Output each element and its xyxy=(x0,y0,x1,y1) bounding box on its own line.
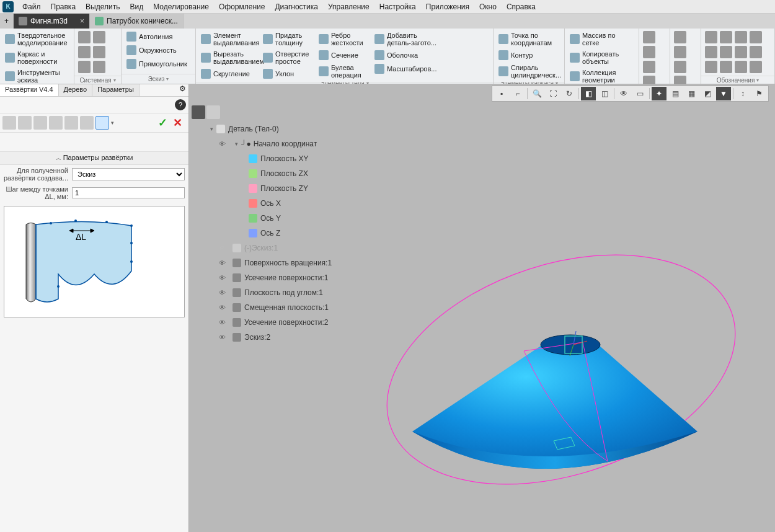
ann-icon-11[interactable] xyxy=(735,61,747,73)
dropdown-icon[interactable]: ▾ xyxy=(111,120,114,126)
menu-help[interactable]: Справка xyxy=(502,1,541,12)
help-icon[interactable]: ? xyxy=(175,99,186,110)
cancel-button[interactable]: ✕ xyxy=(173,116,182,130)
row1-select[interactable]: Эскиз xyxy=(72,168,185,180)
accept-button[interactable]: ✓ xyxy=(158,116,167,130)
delta-l-label: ΔL xyxy=(76,232,86,242)
btn-draft[interactable]: Уклон xyxy=(260,68,316,80)
shell-icon xyxy=(374,50,384,60)
menu-select[interactable]: Выделить xyxy=(81,1,125,12)
shape-icon-5[interactable] xyxy=(64,116,78,130)
menu-manage[interactable]: Управление xyxy=(323,1,374,12)
btn-extrude[interactable]: Элемент выдавливания xyxy=(198,30,260,48)
menu-apps[interactable]: Приложения xyxy=(421,1,474,12)
dim-icon-3[interactable] xyxy=(674,61,686,73)
btn-circle[interactable]: Окружность xyxy=(124,44,190,56)
svg-point-6 xyxy=(130,260,133,263)
shape-icon-1[interactable] xyxy=(2,116,16,130)
aux-icon-1[interactable] xyxy=(643,31,655,43)
shape-icon-2[interactable] xyxy=(18,116,32,130)
menu-design[interactable]: Оформление xyxy=(214,1,270,12)
ann-icon-1[interactable] xyxy=(705,31,717,43)
lp-tab-params[interactable]: Параметры xyxy=(92,84,140,96)
btn-copy-obj[interactable]: Копировать объекты xyxy=(567,49,636,66)
ribbon-label-body: Элементы тела xyxy=(196,82,493,84)
doc-icon xyxy=(95,17,104,25)
viewport-3d[interactable]: ▪ ⌐ 🔍 ⛶ ↻ ◧ ◫ 👁 ▭ ✦ ▤ ▦ ◩ ▼ ↕ ⚑ xyxy=(189,84,775,532)
btn-point[interactable]: Точка по координатам xyxy=(496,30,564,48)
document-tabs: + Фигня.m3d × Патрубок коническ... xyxy=(0,14,775,29)
undo-icon[interactable] xyxy=(93,46,105,58)
btn-fillet[interactable]: Скругление xyxy=(198,68,260,80)
btn-rib[interactable]: Ребро жесткости xyxy=(316,30,372,48)
btn-rectangle[interactable]: Прямоугольник xyxy=(124,58,190,70)
ann-icon-10[interactable] xyxy=(720,61,732,73)
new-tab-button[interactable]: + xyxy=(0,14,14,29)
thicken-icon xyxy=(263,34,273,44)
ann-icon-5[interactable] xyxy=(705,46,717,58)
btn-cut-extrude[interactable]: Вырезать выдавливанием xyxy=(198,49,260,66)
btn-autoline[interactable]: Автолиния xyxy=(124,30,190,43)
btn-contour[interactable]: Контур xyxy=(496,49,564,61)
redo-icon[interactable] xyxy=(93,61,105,73)
btn-shell[interactable]: Оболочка xyxy=(372,49,440,61)
addpart-icon xyxy=(374,34,384,44)
new-icon[interactable] xyxy=(78,31,91,43)
mode-solid[interactable]: Твердотельное моделирование xyxy=(2,30,71,48)
close-tab-icon[interactable]: × xyxy=(80,17,84,25)
ann-icon-6[interactable] xyxy=(720,46,732,58)
btn-geom-collection[interactable]: Коллекция геометрии xyxy=(567,68,636,85)
scale-icon xyxy=(374,64,384,74)
ann-icon-2[interactable] xyxy=(720,31,732,43)
cut-icon xyxy=(201,53,211,63)
tab-inactive[interactable]: Патрубок коническ... xyxy=(90,14,184,29)
tab-inactive-label: Патрубок коническ... xyxy=(107,17,178,25)
btn-spiral[interactable]: Спираль цилиндрическ... xyxy=(496,63,564,80)
section-icon xyxy=(319,50,329,60)
dim-icon-1[interactable] xyxy=(674,31,686,43)
btn-add-part[interactable]: Добавить деталь-загото... xyxy=(372,30,440,48)
tab-active[interactable]: Фигня.m3d × xyxy=(14,14,90,29)
aux-icon-2[interactable] xyxy=(643,46,655,58)
lp-tab-unfold[interactable]: Развёртки V4.4 xyxy=(0,84,59,96)
btn-scale[interactable]: Масштабиров... xyxy=(372,63,440,75)
btn-section[interactable]: Сечение xyxy=(316,49,372,61)
shape-icon-3[interactable] xyxy=(33,116,47,130)
dim-icon-2[interactable] xyxy=(674,46,686,58)
shape-icon-4[interactable] xyxy=(49,116,63,130)
svg-point-5 xyxy=(130,242,133,244)
row2-input[interactable] xyxy=(72,187,185,198)
menu-modeling[interactable]: Моделирование xyxy=(148,1,214,12)
menu-window[interactable]: Окно xyxy=(474,1,502,12)
btn-boolean[interactable]: Булева операция xyxy=(316,63,372,80)
btn-thicken[interactable]: Придать толщину xyxy=(260,30,316,48)
shape-icon-7-selected[interactable] xyxy=(95,116,109,130)
ann-icon-8[interactable] xyxy=(750,46,762,58)
menu-diagnostics[interactable]: Диагностика xyxy=(270,1,323,12)
aux-icon-3[interactable] xyxy=(643,61,655,73)
point-icon xyxy=(498,34,508,44)
ann-icon-7[interactable] xyxy=(735,46,747,58)
menu-edit[interactable]: Правка xyxy=(46,1,81,12)
mode-sketch-tools[interactable]: Инструменты эскиза xyxy=(2,68,71,85)
row2-label: Шаг между точками ΔL, мм: xyxy=(4,185,72,200)
mode-wireframe[interactable]: Каркас и поверхности xyxy=(2,49,71,66)
ann-icon-4[interactable] xyxy=(750,31,762,43)
open-icon[interactable] xyxy=(93,31,105,43)
print-icon[interactable] xyxy=(78,46,91,58)
svg-point-3 xyxy=(105,221,108,223)
menu-file[interactable]: Файл xyxy=(17,1,46,12)
lp-settings-icon[interactable]: ⚙ xyxy=(176,84,188,96)
ann-icon-12[interactable] xyxy=(750,61,762,73)
ann-icon-9[interactable] xyxy=(705,61,717,73)
btn-hole[interactable]: Отверстие простое xyxy=(260,49,316,66)
menu-view[interactable]: Вид xyxy=(125,1,148,12)
collection-icon xyxy=(570,71,580,81)
btn-array-grid[interactable]: Массив по сетке xyxy=(567,30,636,48)
menu-settings[interactable]: Настройка xyxy=(374,1,421,12)
lp-tab-tree[interactable]: Дерево xyxy=(59,84,93,96)
doc-icon xyxy=(19,17,27,25)
ann-icon-3[interactable] xyxy=(735,31,747,43)
save-icon[interactable] xyxy=(78,61,91,73)
shape-icon-6[interactable] xyxy=(80,116,94,130)
